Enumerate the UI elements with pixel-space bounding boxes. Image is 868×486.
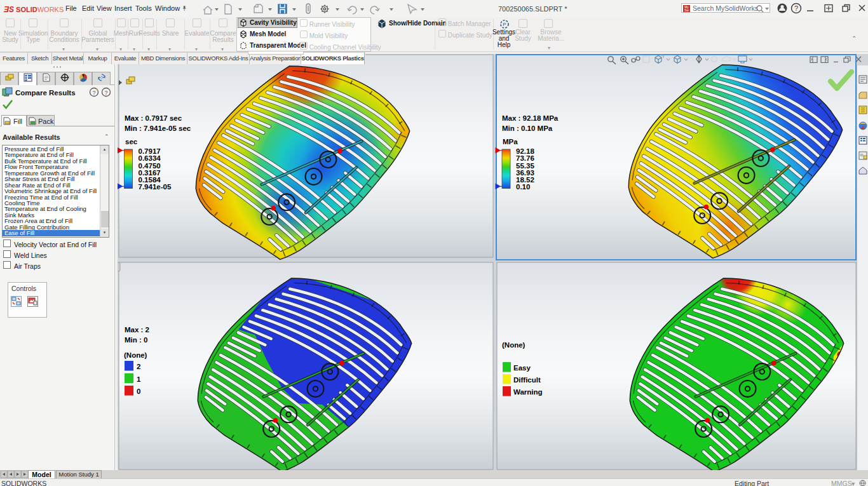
svg-text:sec: sec	[125, 138, 138, 145]
svg-text:92.18: 92.18	[516, 147, 534, 155]
svg-text:0: 0	[137, 388, 140, 395]
svg-text:0.7917: 0.7917	[139, 147, 161, 155]
svg-text:0.4750: 0.4750	[139, 162, 161, 170]
svg-text:18.52: 18.52	[516, 176, 534, 184]
svg-text:Max : 2: Max : 2	[125, 326, 149, 334]
svg-text:Min : 0.10 MPa: Min : 0.10 MPa	[502, 125, 553, 132]
svg-text:Easy: Easy	[513, 364, 531, 372]
svg-text:7.941e-05: 7.941e-05	[139, 183, 172, 191]
svg-text:Difficult: Difficult	[513, 376, 541, 384]
svg-text:Max : 92.18 MPa: Max : 92.18 MPa	[502, 114, 559, 122]
svg-text:36.93: 36.93	[516, 169, 534, 177]
svg-text:55.35: 55.35	[516, 162, 534, 170]
svg-text:(None): (None)	[124, 351, 147, 359]
svg-text:?: ?	[104, 90, 107, 96]
svg-text:(None): (None)	[502, 341, 526, 349]
svg-text:0.10: 0.10	[516, 183, 530, 191]
svg-text:0.3167: 0.3167	[139, 169, 161, 177]
svg-text:MPa: MPa	[503, 138, 518, 145]
svg-text:?: ?	[794, 4, 798, 12]
svg-text:P: P	[503, 22, 506, 27]
svg-text:?: ?	[100, 76, 103, 80]
svg-text:73.76: 73.76	[516, 154, 534, 162]
svg-text:Min : 7.941e-05 sec: Min : 7.941e-05 sec	[125, 125, 191, 132]
svg-text:2: 2	[137, 363, 140, 370]
svg-text:Warning: Warning	[513, 388, 543, 396]
svg-text:0.1584: 0.1584	[139, 176, 161, 184]
svg-text:Min : 0: Min : 0	[125, 336, 147, 344]
svg-text:0.6334: 0.6334	[139, 154, 161, 162]
svg-text:1: 1	[137, 375, 141, 383]
svg-text:?: ?	[92, 90, 95, 96]
svg-text:Max : 0.7917 sec: Max : 0.7917 sec	[125, 114, 182, 122]
